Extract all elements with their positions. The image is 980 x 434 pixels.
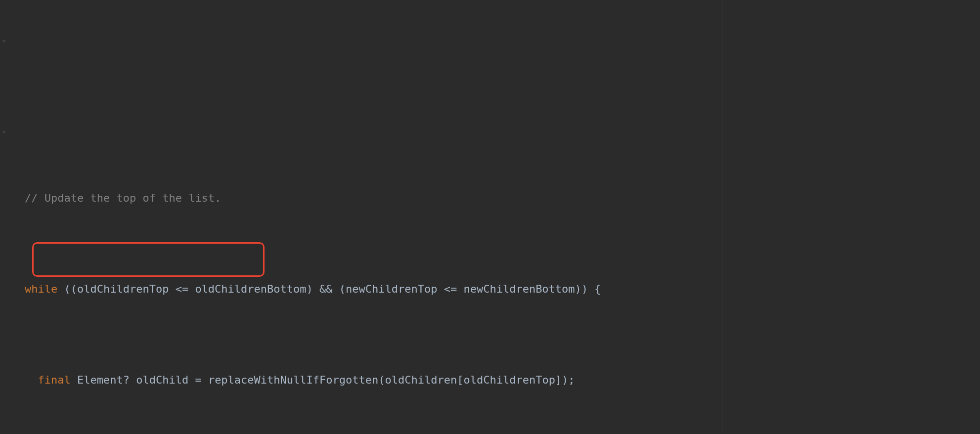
code-line[interactable]: // Update the top of the list. — [25, 187, 980, 210]
fold-caret-icon[interactable]: ⌄ — [2, 119, 6, 141]
keyword-token: while — [25, 283, 57, 295]
code-line[interactable]: final Element? oldChild = replaceWithNul… — [25, 369, 980, 391]
keyword-token: final — [38, 374, 71, 386]
code-text: Element? oldChild = replaceWithNullIfFor… — [71, 374, 575, 386]
code-line[interactable]: while ((oldChildrenTop <= oldChildrenBot… — [25, 278, 980, 301]
right-margin-guide — [722, 0, 722, 434]
comment-token: // Update the top of the list. — [25, 192, 221, 204]
code-editor[interactable]: ⌄ ⌄ // Update the top of the list. while… — [0, 0, 980, 434]
code-text: ((oldChildrenTop <= oldChildrenBottom) &… — [57, 283, 601, 295]
indent — [25, 374, 38, 386]
fold-caret-icon[interactable]: ⌄ — [2, 28, 6, 50]
annotation-box — [32, 242, 265, 277]
